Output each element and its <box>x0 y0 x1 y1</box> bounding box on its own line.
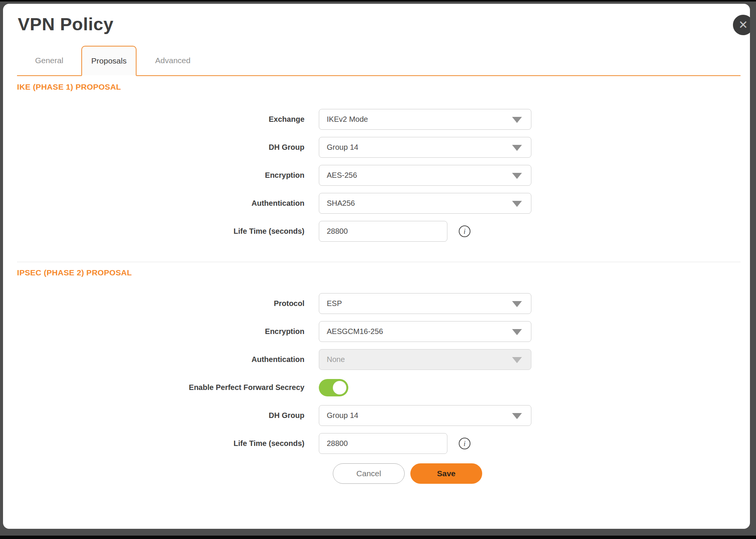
life-time-row-phase2: Life Time (seconds) i <box>17 433 740 454</box>
dh-group-row: DH Group Group 14 <box>17 137 740 158</box>
encryption-label: Encryption <box>17 171 304 180</box>
encryption-row-phase2: Encryption AESGCM16-256 <box>17 321 740 342</box>
exchange-label: Exchange <box>17 115 304 124</box>
exchange-value: IKEv2 Mode <box>327 115 368 124</box>
dh-group-dropdown-phase2[interactable]: Group 14 <box>319 405 531 426</box>
protocol-value: ESP <box>327 299 342 308</box>
save-button[interactable]: Save <box>410 463 482 484</box>
life-time-input-phase2[interactable] <box>319 433 447 454</box>
section-ike-phase1: IKE (PHASE 1) PROPOSAL Exchange IKEv2 Mo… <box>17 82 740 242</box>
authentication-dropdown[interactable]: SHA256 <box>319 193 531 214</box>
exchange-row: Exchange IKEv2 Mode <box>17 109 740 130</box>
dh-group-row-phase2: DH Group Group 14 <box>17 405 740 426</box>
chevron-down-icon <box>512 413 522 419</box>
authentication-row: Authentication SHA256 <box>17 193 740 214</box>
authentication-row-phase2: Authentication None <box>17 349 740 370</box>
authentication-value-phase2: None <box>327 355 345 364</box>
info-icon[interactable]: i <box>459 225 470 237</box>
chevron-down-icon <box>512 201 522 207</box>
encryption-value-phase2: AESGCM16-256 <box>327 327 383 336</box>
life-time-input[interactable] <box>319 221 447 242</box>
protocol-dropdown[interactable]: ESP <box>319 293 531 314</box>
page-title: VPN Policy <box>18 14 750 34</box>
pfs-toggle[interactable] <box>319 379 348 396</box>
chevron-down-icon <box>512 357 522 363</box>
life-time-label: Life Time (seconds) <box>17 227 304 236</box>
section-title-ipsec-phase2: IPSEC (PHASE 2) PROPOSAL <box>17 268 740 277</box>
encryption-dropdown[interactable]: AES-256 <box>319 165 531 186</box>
tab-proposals[interactable]: Proposals <box>81 46 137 76</box>
encryption-label-phase2: Encryption <box>17 327 304 336</box>
dh-group-label: DH Group <box>17 143 304 152</box>
encryption-dropdown-phase2[interactable]: AESGCM16-256 <box>319 321 531 342</box>
chevron-down-icon <box>512 173 522 179</box>
dialog-footer: Cancel Save <box>333 463 740 484</box>
tab-bar: General Proposals Advanced <box>17 46 740 76</box>
tab-advanced[interactable]: Advanced <box>137 46 209 75</box>
toggle-knob <box>333 381 346 395</box>
dh-group-value-phase2: Group 14 <box>327 411 358 420</box>
protocol-label: Protocol <box>17 299 304 308</box>
section-title-ike-phase1: IKE (PHASE 1) PROPOSAL <box>17 82 740 92</box>
pfs-label: Enable Perfect Forward Secrecy <box>17 383 304 392</box>
authentication-dropdown-phase2: None <box>319 349 531 370</box>
encryption-value: AES-256 <box>327 171 357 180</box>
authentication-value: SHA256 <box>327 199 355 208</box>
cancel-button[interactable]: Cancel <box>333 463 405 484</box>
protocol-row: Protocol ESP <box>17 293 740 314</box>
pfs-row: Enable Perfect Forward Secrecy <box>17 377 740 398</box>
chevron-down-icon <box>512 145 522 151</box>
info-icon[interactable]: i <box>459 438 470 449</box>
tab-general[interactable]: General <box>17 46 81 75</box>
encryption-row: Encryption AES-256 <box>17 165 740 186</box>
exchange-dropdown[interactable]: IKEv2 Mode <box>319 109 531 130</box>
close-icon: ✕ <box>738 19 748 31</box>
authentication-label: Authentication <box>17 199 304 208</box>
dh-group-label-phase2: DH Group <box>17 411 304 420</box>
life-time-label-phase2: Life Time (seconds) <box>17 439 304 448</box>
chevron-down-icon <box>512 117 522 123</box>
chevron-down-icon <box>512 301 522 307</box>
dh-group-dropdown[interactable]: Group 14 <box>319 137 531 158</box>
authentication-label-phase2: Authentication <box>17 355 304 364</box>
section-ipsec-phase2: IPSEC (PHASE 2) PROPOSAL Protocol ESP En… <box>17 262 740 454</box>
life-time-row: Life Time (seconds) i <box>17 221 740 242</box>
vpn-policy-dialog: VPN Policy ✕ General Proposals Advanced … <box>3 4 750 529</box>
dh-group-value: Group 14 <box>327 143 358 152</box>
chevron-down-icon <box>512 329 522 335</box>
